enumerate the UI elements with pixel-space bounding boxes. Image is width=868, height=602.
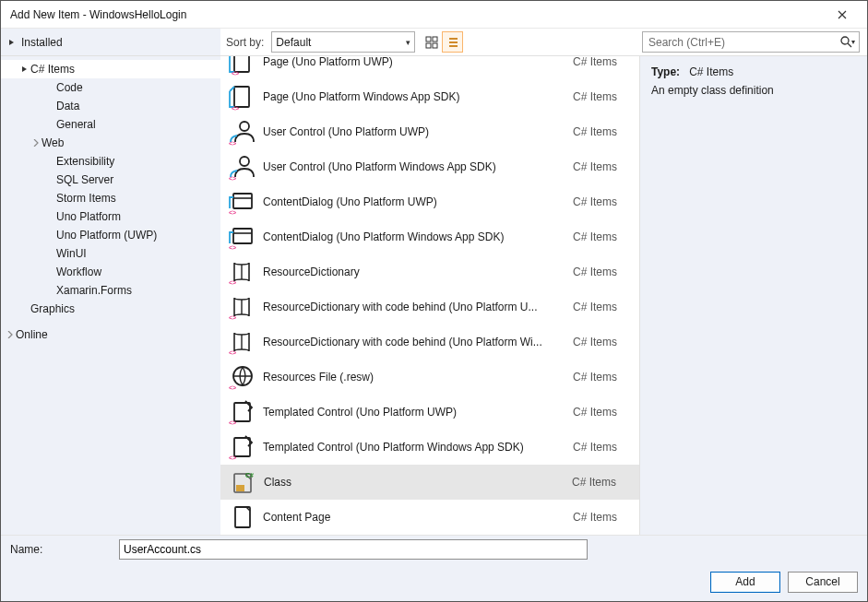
sort-by-label: Sort by:	[226, 36, 264, 49]
template-name: ContentDialog (Uno Platform Windows App …	[263, 230, 573, 243]
template-item[interactable]: ResourceDictionary with code behind (Uno…	[220, 289, 639, 325]
tree-node-uno-platform[interactable]: Uno Platform	[1, 207, 220, 226]
tree-node-winui[interactable]: WinUI	[1, 244, 220, 263]
center-wrap: Page (Uno Platform UWP)C# ItemsPage (Uno…	[220, 56, 640, 535]
template-list[interactable]: Page (Uno Platform UWP)C# ItemsPage (Uno…	[220, 56, 639, 535]
template-item[interactable]: ResourceDictionary with code behind (Uno…	[220, 325, 639, 360]
page-icon	[228, 83, 256, 111]
template-item[interactable]: ClassC# Items	[220, 465, 639, 500]
svg-rect-1	[433, 37, 437, 41]
name-input[interactable]	[119, 539, 588, 560]
window-title: Add New Item - WindowsHelloLogin	[10, 8, 825, 21]
tree-label: C# Items	[30, 63, 75, 76]
template-category: C# Items	[573, 301, 630, 313]
svg-point-7	[841, 37, 849, 44]
template-category: C# Items	[572, 476, 629, 489]
template-item[interactable]: ContentDialog (Uno Platform UWP)C# Items	[220, 184, 639, 219]
expand-icon	[8, 39, 16, 46]
close-button[interactable]	[825, 3, 860, 27]
template-category: C# Items	[573, 160, 630, 173]
installed-label: Installed	[21, 36, 63, 49]
tree-label: Workflow	[56, 266, 101, 278]
template-name: Page (Uno Platform Windows App SDK)	[263, 90, 573, 103]
search-box[interactable]: Search (Ctrl+E) ▾	[642, 31, 860, 53]
template-category: C# Items	[573, 125, 630, 138]
template-name: Page (Uno Platform UWP)	[263, 56, 573, 68]
detail-type-label: Type:	[651, 65, 680, 78]
tree-node-data[interactable]: Data	[1, 97, 220, 115]
template-category: C# Items	[573, 441, 630, 454]
detail-description: An empty class definition	[651, 84, 856, 97]
template-category: C# Items	[573, 336, 630, 348]
template-name: ResourceDictionary	[263, 266, 573, 278]
dialog-buttons: Add Cancel	[1, 562, 867, 601]
search-placeholder: Search (Ctrl+E)	[648, 36, 838, 49]
close-icon	[838, 10, 847, 19]
template-item[interactable]: Templated Control (Uno Platform UWP)C# I…	[220, 395, 639, 430]
template-name: Templated Control (Uno Platform Windows …	[263, 441, 573, 454]
name-row: Name:	[1, 535, 867, 562]
add-button[interactable]: Add	[710, 572, 780, 593]
template-name: Class	[264, 476, 572, 489]
page-icon	[228, 56, 256, 76]
template-name: Templated Control (Uno Platform UWP)	[263, 406, 573, 419]
tree-node-web[interactable]: Web	[1, 134, 220, 152]
sort-by-dropdown[interactable]: Default ▾	[271, 31, 415, 53]
tree-label: Web	[42, 136, 64, 149]
name-label: Name:	[10, 543, 119, 556]
tree-node-general[interactable]: General	[1, 115, 220, 134]
tree-node-code[interactable]: Code	[1, 78, 220, 97]
sort-by-value: Default	[276, 36, 311, 49]
add-button-label: Add	[735, 575, 755, 588]
template-item[interactable]: Content PageC# Items	[220, 500, 639, 535]
template-category: C# Items	[573, 195, 630, 208]
template-item[interactable]: User Control (Uno Platform UWP)C# Items	[220, 114, 639, 149]
template-item[interactable]: Resources File (.resw)C# Items	[220, 360, 639, 395]
tree-node-xamarin-forms[interactable]: Xamarin.Forms	[1, 281, 220, 300]
tree-node-uno-platform-uwp-[interactable]: Uno Platform (UWP)	[1, 226, 220, 244]
tree-node-extensibility[interactable]: Extensibility	[1, 152, 220, 171]
template-item[interactable]: ResourceDictionaryC# Items	[220, 254, 639, 289]
resdict-icon	[228, 328, 256, 356]
category-tree: C# Items CodeDataGeneralWebExtensibility…	[1, 56, 220, 535]
template-item[interactable]: Page (Uno Platform UWP)C# Items	[220, 56, 639, 79]
tree-label: SQL Server	[56, 173, 113, 186]
tree-root-installed[interactable]: Installed	[1, 29, 220, 55]
tree-label: Storm Items	[56, 192, 116, 205]
resources-icon	[228, 363, 256, 391]
tree-label: WinUI	[56, 247, 87, 260]
dialog-icon	[228, 188, 256, 216]
search-button[interactable]: ▾	[838, 36, 857, 48]
cancel-button[interactable]: Cancel	[788, 572, 858, 593]
templated-icon	[228, 433, 256, 461]
list-icon	[446, 36, 459, 49]
template-item[interactable]: ContentDialog (Uno Platform Windows App …	[220, 219, 639, 254]
tree-label: Graphics	[30, 302, 75, 315]
template-item[interactable]: User Control (Uno Platform Windows App S…	[220, 149, 639, 184]
toolbar-row: Installed Sort by: Default ▾	[1, 29, 867, 56]
expand-icon	[5, 331, 16, 338]
toolbar: Sort by: Default ▾ Search (Ctrl+E)	[220, 29, 867, 55]
tree-label: Xamarin.Forms	[56, 284, 132, 297]
template-name: User Control (Uno Platform UWP)	[263, 125, 573, 138]
resdict-icon	[228, 258, 256, 286]
template-item[interactable]: Templated Control (Uno Platform Windows …	[220, 430, 639, 465]
template-name: ContentDialog (Uno Platform UWP)	[263, 195, 573, 208]
tiles-icon	[425, 36, 438, 49]
tree-node-graphics[interactable]: Graphics	[1, 300, 220, 318]
resdict-icon	[228, 293, 256, 321]
template-category: C# Items	[573, 266, 630, 278]
expand-icon	[19, 65, 30, 73]
template-name: Content Page	[263, 511, 573, 524]
tree-node-workflow[interactable]: Workflow	[1, 263, 220, 281]
tree-node-online[interactable]: Online	[1, 325, 220, 344]
view-list-button[interactable]	[442, 31, 463, 53]
template-category: C# Items	[573, 406, 630, 419]
template-item[interactable]: Page (Uno Platform Windows App SDK)C# It…	[220, 79, 639, 114]
detail-type-row: Type: C# Items	[651, 65, 856, 78]
tree-node-storm-items[interactable]: Storm Items	[1, 189, 220, 207]
class-icon	[229, 468, 256, 496]
view-tiles-button[interactable]	[421, 31, 442, 53]
tree-node-csharp-items[interactable]: C# Items	[1, 60, 220, 78]
tree-node-sql-server[interactable]: SQL Server	[1, 171, 220, 189]
